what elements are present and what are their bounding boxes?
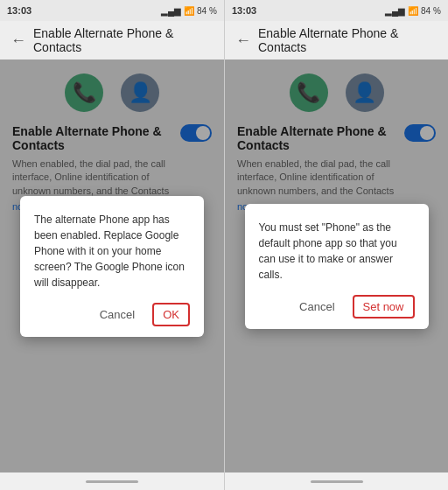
bottom-bar-left: [86, 480, 138, 483]
signal-icon-right: ▂▄▆: [385, 6, 405, 16]
status-icons-right: ▂▄▆ 📶 84 %: [385, 6, 441, 16]
right-panel: 13:03 ▂▄▆ 📶 84 % ← Enable Alternate Phon…: [224, 0, 448, 490]
page-title-right: Enable Alternate Phone & Contacts: [258, 26, 438, 54]
time-left: 13:03: [7, 5, 32, 16]
battery-right: 84: [421, 6, 430, 16]
dialog-overlay-right: You must set "Phone" as the default phon…: [225, 60, 448, 472]
battery-pct-left: %: [209, 6, 217, 16]
top-bar-right: ← Enable Alternate Phone & Contacts: [225, 21, 448, 60]
battery-pct-right: %: [433, 6, 441, 16]
dialog-left: The alternate Phone app has been enabled…: [20, 196, 204, 337]
content-left: 📞 👤 Enable Alternate Phone & Contacts Wh…: [0, 60, 224, 472]
wifi-icon-left: 📶: [184, 6, 194, 16]
ok-button-left[interactable]: OK: [152, 303, 190, 326]
battery-left: 84: [197, 6, 206, 16]
top-bar-left: ← Enable Alternate Phone & Contacts: [0, 21, 224, 60]
status-bar-left: 13:03 ▂▄▆ 📶 84 %: [0, 0, 224, 21]
wifi-icon-right: 📶: [408, 6, 418, 16]
cancel-button-right[interactable]: Cancel: [289, 295, 345, 318]
bottom-bar-right: [311, 480, 363, 483]
content-right: 📞 👤 Enable Alternate Phone & Contacts Wh…: [225, 60, 448, 472]
set-now-button-right[interactable]: Set now: [353, 295, 415, 318]
status-icons-left: ▂▄▆ 📶 84 %: [161, 6, 217, 16]
status-bar-right: 13:03 ▂▄▆ 📶 84 %: [225, 0, 448, 21]
back-button-left[interactable]: ←: [10, 32, 26, 50]
time-right: 13:03: [232, 5, 256, 16]
back-button-right[interactable]: ←: [235, 32, 251, 50]
dialog-right: You must set "Phone" as the default phon…: [245, 204, 429, 329]
bottom-indicator-right: [225, 472, 448, 490]
left-panel: 13:03 ▂▄▆ 📶 84 % ← Enable Alternate Phon…: [0, 0, 224, 490]
signal-icon-left: ▂▄▆: [161, 6, 181, 16]
cancel-button-left[interactable]: Cancel: [89, 303, 145, 326]
dialog-overlay-left: The alternate Phone app has been enabled…: [0, 60, 224, 472]
dialog-buttons-left: Cancel OK: [34, 303, 190, 326]
page-title-left: Enable Alternate Phone & Contacts: [33, 26, 214, 54]
bottom-indicator-left: [0, 472, 224, 490]
dialog-text-left: The alternate Phone app has been enabled…: [34, 212, 190, 290]
dialog-text-right: You must set "Phone" as the default phon…: [259, 220, 415, 283]
dialog-buttons-right: Cancel Set now: [259, 295, 415, 318]
